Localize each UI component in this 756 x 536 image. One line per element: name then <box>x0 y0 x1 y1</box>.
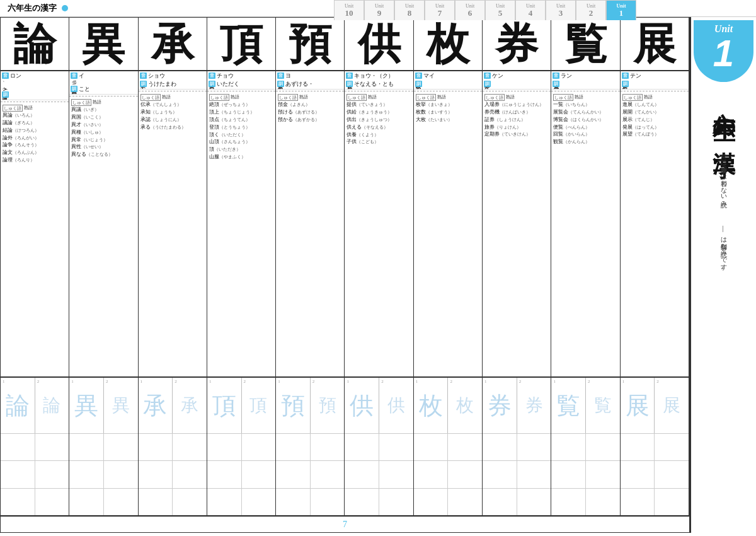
kanji-reading-9: 音 テン 一戸尸尸尸屏屏展展展 訓 <box>621 71 689 90</box>
kanji-char-0: 論 <box>1 18 69 71</box>
unit-tab-8[interactable]: Unit8 <box>394 0 425 20</box>
stroke-order-2: 1 承 2 承 <box>139 376 207 433</box>
stroke-order-1: 1 異 2 異 <box>69 376 137 433</box>
kanji-col-6: 枚 音 マイ 一木木木枚枚枚枚 訓 しゅく語 熟語 枚挙（まいきょ） <box>414 18 483 515</box>
stroke-order-0: 1 論 2 論 <box>1 376 69 433</box>
kanji-char-8: 覧 <box>551 18 619 71</box>
unit-tab-2[interactable]: Unit2 <box>576 0 606 20</box>
kanji-col-5: 供 音 キョウ・（ク） 亻亻亻仕仕仕供供供 訓 そなえる・とも しゅく語 熟語 <box>345 18 413 515</box>
unit-tab-4[interactable]: Unit4 <box>515 0 546 20</box>
unit-tab-10[interactable]: Unit10 <box>334 0 364 20</box>
header-title: 六年生の漢字 <box>8 3 57 14</box>
jukugo-4: しゅく語 熟語 預金（よきん） 預ける（あずける） 預かる（あずかる） <box>276 93 344 376</box>
kanji-reading-5: 音 キョウ・（ク） 亻亻亻仕仕仕供供供 訓 そなえる・とも <box>345 71 413 90</box>
unit-tab-3[interactable]: Unit3 <box>546 0 576 20</box>
stroke-guide-1: 一ｷｷ田田田田里里異異 <box>71 80 77 85</box>
kanji-char-5: 供 <box>345 18 413 71</box>
kanji-columns: 論 音 ロン 、ゝゞ㇔㇔㇔㇒㇒㇒へ㇑㇑㇑論論論論 訓 しゅく語 熟語 異論（いろ… <box>1 18 689 516</box>
stroke-order-9: 1 展 2 展 <box>621 376 689 433</box>
kanji-col-3: 頂 音 チョウ 丁丁丁了了了頁頁頂頂頂 訓 いただく しゅく語 熟語 絶頂（ <box>207 18 276 515</box>
sidebar-note1: ※（）は小学校では習わない読み、 <box>719 149 728 210</box>
kanji-col-0: 論 音 ロン 、ゝゞ㇔㇔㇔㇒㇒㇒へ㇑㇑㇑論論論論 訓 しゅく語 熟語 異論（いろ… <box>1 18 69 515</box>
unit-tab-5[interactable]: Unit5 <box>485 0 515 20</box>
stroke-order-6: 1 枚 2 枚 <box>414 376 482 433</box>
sidebar-note2: ―は特別な読みです。 <box>719 219 728 273</box>
kanji-char-1: 異 <box>69 18 137 71</box>
unit-tab-6[interactable]: Unit6 <box>455 0 485 20</box>
practice-1 <box>69 433 137 515</box>
kanji-reading-6: 音 マイ 一木木木枚枚枚枚 訓 <box>414 71 482 90</box>
stroke-guide-0: 、ゝゞ㇔㇔㇔㇒㇒㇒へ㇑㇑㇑論論論論 <box>2 80 8 91</box>
practice-5 <box>345 433 413 515</box>
kanji-reading-4: 音 ヨ 予予予予了了了頁頁頁預預預 訓 あずける・ <box>276 71 344 90</box>
jukugo-1: しゅく語 熟語 異議（いぎ） 異国（いこく） 異才（いさい） <box>69 98 137 376</box>
unit-tab-7[interactable]: Unit7 <box>425 0 455 20</box>
kanji-col-7: 券 音 ケン 一ゞ弄弄券券券券券 訓 しゅく語 熟語 入場券（にゅうじょうけん） <box>483 18 551 515</box>
practice-0 <box>1 433 69 515</box>
jukugo-9: しゅく語 熟語 進展（しんてん） 展開（てんかい） 展示（てんじ） <box>621 93 689 376</box>
page-number: 7 <box>1 516 689 532</box>
kanji-reading-7: 音 ケン 一ゞ弄弄券券券券券 訓 <box>483 71 551 90</box>
practice-7 <box>483 433 551 515</box>
kanji-col-1: 異 音 イ 一ｷｷ田田田田里里異異 訓 こと しゅく語 熟語 異議（いぎ） <box>69 18 138 515</box>
jukugo-5: しゅく語 熟語 提供（ていきょう） 供給（きょうきゅう） 供出（きょうしゅつ） <box>345 93 413 376</box>
practice-6 <box>414 433 482 515</box>
practice-2 <box>139 433 207 515</box>
stroke-order-4: 1 預 2 預 <box>276 376 344 433</box>
unit1-badge: Unit 1 <box>694 20 753 82</box>
unit-num-large: 1 <box>694 35 753 73</box>
stroke-order-8: 1 覧 2 覧 <box>551 376 619 433</box>
kanji-area: 論 音 ロン 、ゝゞ㇔㇔㇔㇒㇒㇒へ㇑㇑㇑論論論論 訓 しゅく語 熟語 異論（いろ… <box>0 17 690 533</box>
kanji-reading-3: 音 チョウ 丁丁丁了了了頁頁頂頂頂 訓 いただく <box>207 71 275 90</box>
kanji-char-6: 枚 <box>414 18 482 71</box>
kanji-col-4: 預 音 ヨ 予予予予了了了頁頁頁預預預 訓 あずける・ しゅく語 熟語 預金 <box>276 18 345 515</box>
unit-tab-1[interactable]: Unit1 <box>606 0 636 20</box>
kanji-char-3: 頂 <box>207 18 275 71</box>
kanji-col-9: 展 音 テン 一戸尸尸尸屏屏展展展 訓 しゅく語 熟語 進展（しんてん） <box>621 18 689 515</box>
header-dot <box>62 5 68 11</box>
kanji-reading-8: 音 ラン 一㇔㇒㇒㇒㇒㇒㇒㇒㇒覧覧覧覧覧覧覧 訓 <box>551 71 619 90</box>
practice-8 <box>551 433 619 515</box>
kanji-char-4: 預 <box>276 18 344 71</box>
kanji-char-2: 承 <box>139 18 207 71</box>
practice-4 <box>276 433 344 515</box>
stroke-order-7: 1 券 2 券 <box>483 376 551 433</box>
page-header: 六年生の漢字 Unit10Unit9Unit8Unit7Unit6Unit5Un… <box>0 0 756 17</box>
stroke-order-3: 1 頂 2 頂 <box>207 376 275 433</box>
jukugo-0: しゅく語 熟語 異論（いろん） 議論（ぎろん） 結論（けつろん） <box>1 103 69 376</box>
kanji-col-2: 承 音 ショウ 了了了丁丁丁承承 訓 うけたまわ しゅく語 熟語 伝承（でん <box>139 18 207 515</box>
stroke-order-5: 1 供 2 供 <box>345 376 413 433</box>
kanji-reading-2: 音 ショウ 了了了丁丁丁承承 訓 うけたまわ <box>139 71 207 90</box>
kanji-reading-1: 音 イ 一ｷｷ田田田田里里異異 訓 こと <box>69 71 137 95</box>
jukugo-6: しゅく語 熟語 枚挙（まいきょ） 枚数（まいすう） 大枚（たいまい） <box>414 93 482 376</box>
kanji-char-7: 券 <box>483 18 551 71</box>
practice-3 <box>207 433 275 515</box>
practice-9 <box>621 433 689 515</box>
jukugo-3: しゅく語 熟語 絶頂（ぜっちょう） 頂上（ちょうじょう） 頂点（ちょうてん） <box>207 93 275 376</box>
kanji-char-9: 展 <box>621 18 689 71</box>
jukugo-2: しゅく語 熟語 伝承（でんしょう） 承知（しょうち） 承認（しょうにん） <box>139 93 207 376</box>
jukugo-8: しゅく語 熟語 一覧（いちらん） 展覧会（てんらんかい） 博覧会（はくらんかい） <box>551 93 619 376</box>
unit-tabs: Unit10Unit9Unit8Unit7Unit6Unit5Unit4Unit… <box>334 0 636 20</box>
unit-tab-9[interactable]: Unit9 <box>364 0 394 20</box>
right-sidebar: Unit 1 六年生の漢字 ※（）は小学校では習わない読み、 ―は特別な読みです… <box>690 17 756 533</box>
kanji-col-8: 覧 音 ラン 一㇔㇒㇒㇒㇒㇒㇒㇒㇒覧覧覧覧覧覧覧 訓 しゅく語 熟語 一覧（いち… <box>551 18 620 515</box>
kanji-reading-0: 音 ロン 、ゝゞ㇔㇔㇔㇒㇒㇒へ㇑㇑㇑論論論論 訓 <box>1 71 69 100</box>
jukugo-7: しゅく語 熟語 入場券（にゅうじょうけん） 券売機（けんばいき） 証券（しょうけ… <box>483 93 551 376</box>
sidebar-title: 六年生の漢字 <box>708 95 739 139</box>
